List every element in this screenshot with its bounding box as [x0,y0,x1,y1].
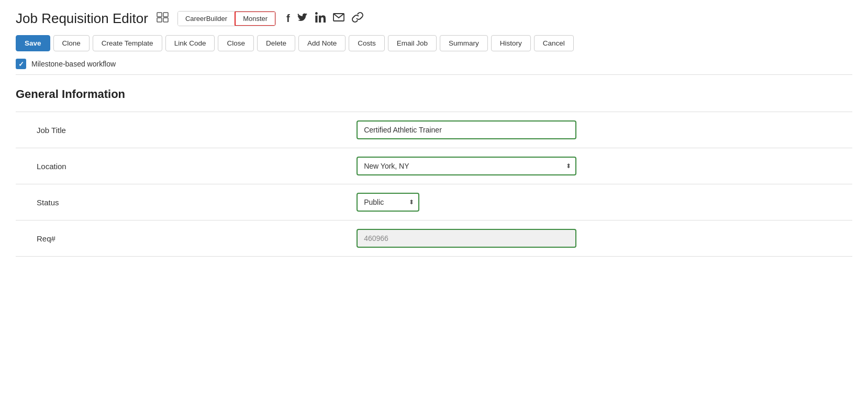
link-code-button[interactable]: Link Code [165,35,215,51]
req-number-row: Req# [16,220,852,257]
req-number-field [357,229,576,248]
general-information-section: General Information Job Title Location [16,87,852,257]
history-button[interactable]: History [491,35,531,51]
careerbuilder-button[interactable]: CareerBuilder [178,12,235,26]
section-title: General Information [16,87,852,101]
location-select-wrapper: New York, NY Los Angeles, CA Chicago, IL [357,157,576,175]
status-row: Status Public Private Draft [16,184,852,220]
create-template-button[interactable]: Create Template [93,35,162,51]
twitter-icon[interactable] [297,13,308,25]
job-title-cell [350,112,852,148]
close-button[interactable]: Close [218,35,254,51]
job-title-label: Job Title [16,112,350,148]
form-table: Job Title Location New York, NY Los Ange… [16,112,852,257]
add-note-button[interactable]: Add Note [298,35,346,51]
location-field[interactable]: New York, NY Los Angeles, CA Chicago, IL [357,157,576,175]
status-field[interactable]: Public Private Draft [357,193,419,212]
milestone-label: Milestone-based workflow [31,60,116,68]
linkedin-icon[interactable] [315,12,326,25]
milestone-checkbox[interactable] [16,59,26,69]
svg-rect-0 [157,13,162,17]
editor-icon[interactable] [157,12,169,25]
email-icon[interactable] [333,13,344,24]
social-share-icons: f [286,12,363,26]
milestone-workflow-row: Milestone-based workflow [16,59,852,69]
location-cell: New York, NY Los Angeles, CA Chicago, IL [350,148,852,184]
facebook-icon[interactable]: f [286,13,290,25]
svg-rect-1 [163,13,168,17]
svg-rect-2 [157,18,162,22]
link-icon[interactable] [352,12,363,26]
email-job-button[interactable]: Email Job [388,35,437,51]
location-row: Location New York, NY Los Angeles, CA Ch… [16,148,852,184]
page-title: Job Requisition Editor [16,10,148,27]
svg-rect-3 [163,18,168,22]
status-select-wrapper: Public Private Draft [357,193,419,212]
section-divider [16,74,852,75]
monster-button[interactable]: Monster [235,11,276,26]
job-board-selector: CareerBuilder Monster [177,11,276,26]
summary-button[interactable]: Summary [440,35,488,51]
costs-button[interactable]: Costs [349,35,385,51]
status-cell: Public Private Draft [350,184,852,220]
req-number-label: Req# [16,220,350,257]
location-label: Location [16,148,350,184]
status-label: Status [16,184,350,220]
cancel-button[interactable]: Cancel [534,35,574,51]
clone-button[interactable]: Clone [53,35,90,51]
delete-button[interactable]: Delete [257,35,295,51]
req-number-cell [350,220,852,257]
job-title-field[interactable] [357,120,576,139]
toolbar: Save Clone Create Template Link Code Clo… [16,35,852,51]
job-title-row: Job Title [16,112,852,148]
save-button[interactable]: Save [16,35,50,51]
